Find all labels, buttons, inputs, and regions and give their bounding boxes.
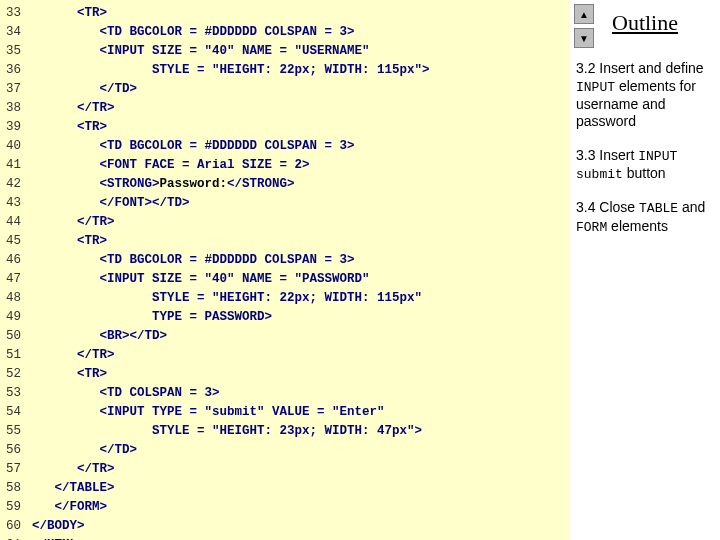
line-number: 43: [0, 194, 32, 213]
code-text: <STRONG>Password:</STRONG>: [32, 175, 295, 194]
code-text: </TR>: [32, 346, 115, 365]
line-number: 54: [0, 403, 32, 422]
line-number: 49: [0, 308, 32, 327]
outline-item: 3.3 Insert INPUT submit button: [576, 147, 716, 184]
line-number: 47: [0, 270, 32, 289]
nav-icons: ▲ ▼: [574, 4, 594, 52]
code-line: 39 <TR>: [0, 118, 570, 137]
line-number: 42: [0, 175, 32, 194]
code-line: 57 </TR>: [0, 460, 570, 479]
code-text: </FONT></TD>: [32, 194, 190, 213]
code-line: 58 </TABLE>: [0, 479, 570, 498]
code-line: 49 TYPE = PASSWORD>: [0, 308, 570, 327]
code-line: 42 <STRONG>Password:</STRONG>: [0, 175, 570, 194]
code-line: 59 </FORM>: [0, 498, 570, 517]
code-panel: 33 <TR>34 <TD BGCOLOR = #DDDDDD COLSPAN …: [0, 0, 570, 540]
code-line: 48 STYLE = "HEIGHT: 22px; WIDTH: 115px": [0, 289, 570, 308]
code-line: 38 </TR>: [0, 99, 570, 118]
code-line: 40 <TD BGCOLOR = #DDDDDD COLSPAN = 3>: [0, 137, 570, 156]
code-text: STYLE = "HEIGHT: 22px; WIDTH: 115px">: [32, 61, 430, 80]
code-text: <FONT FACE = Arial SIZE = 2>: [32, 156, 310, 175]
outline-item: 3.4 Close TABLE and FORM elements: [576, 199, 716, 236]
line-number: 34: [0, 23, 32, 42]
line-number: 56: [0, 441, 32, 460]
line-number: 53: [0, 384, 32, 403]
line-number: 40: [0, 137, 32, 156]
line-number: 44: [0, 213, 32, 232]
code-line: 56 </TD>: [0, 441, 570, 460]
line-number: 50: [0, 327, 32, 346]
code-text: </TD>: [32, 80, 137, 99]
code-text: STYLE = "HEIGHT: 22px; WIDTH: 115px": [32, 289, 422, 308]
code-line: 54 <INPUT TYPE = "submit" VALUE = "Enter…: [0, 403, 570, 422]
code-text: <TD BGCOLOR = #DDDDDD COLSPAN = 3>: [32, 23, 355, 42]
code-line: 47 <INPUT SIZE = "40" NAME = "PASSWORD": [0, 270, 570, 289]
code-text: </BODY>: [32, 517, 85, 536]
line-number: 59: [0, 498, 32, 517]
code-line: 55 STYLE = "HEIGHT: 23px; WIDTH: 47px">: [0, 422, 570, 441]
code-line: 45 <TR>: [0, 232, 570, 251]
code-line: 43 </FONT></TD>: [0, 194, 570, 213]
code-text: <TD COLSPAN = 3>: [32, 384, 220, 403]
code-line: 50 <BR></TD>: [0, 327, 570, 346]
line-number: 39: [0, 118, 32, 137]
code-line: 37 </TD>: [0, 80, 570, 99]
line-number: 46: [0, 251, 32, 270]
code-line: 41 <FONT FACE = Arial SIZE = 2>: [0, 156, 570, 175]
nav-up-icon[interactable]: ▲: [574, 4, 594, 24]
line-number: 58: [0, 479, 32, 498]
line-number: 36: [0, 61, 32, 80]
code-text: TYPE = PASSWORD>: [32, 308, 272, 327]
line-number: 41: [0, 156, 32, 175]
code-text: <TD BGCOLOR = #DDDDDD COLSPAN = 3>: [32, 251, 355, 270]
line-number: 37: [0, 80, 32, 99]
code-text: </TR>: [32, 213, 115, 232]
code-text: </TABLE>: [32, 479, 115, 498]
code-text: <TR>: [32, 4, 107, 23]
line-number: 45: [0, 232, 32, 251]
code-line: 44 </TR>: [0, 213, 570, 232]
code-text: </FORM>: [32, 498, 107, 517]
code-line: 33 <TR>: [0, 4, 570, 23]
line-number: 35: [0, 42, 32, 61]
code-text: </TR>: [32, 460, 115, 479]
code-line: 46 <TD BGCOLOR = #DDDDDD COLSPAN = 3>: [0, 251, 570, 270]
line-number: 52: [0, 365, 32, 384]
nav-down-icon[interactable]: ▼: [574, 28, 594, 48]
code-text: <TR>: [32, 365, 107, 384]
code-line: 51 </TR>: [0, 346, 570, 365]
line-number: 33: [0, 4, 32, 23]
code-text: <INPUT TYPE = "submit" VALUE = "Enter": [32, 403, 385, 422]
outline-panel: ▲ ▼ Outline 3.2 Insert and define INPUT …: [572, 0, 720, 540]
line-number: 38: [0, 99, 32, 118]
code-text: </TD>: [32, 441, 137, 460]
outline-title: Outline: [612, 10, 678, 36]
code-text: <TD BGCOLOR = #DDDDDD COLSPAN = 3>: [32, 137, 355, 156]
code-text: </TR>: [32, 99, 115, 118]
code-line: 53 <TD COLSPAN = 3>: [0, 384, 570, 403]
code-text: </HTML>: [32, 536, 85, 540]
code-text: <TR>: [32, 118, 107, 137]
code-line: 34 <TD BGCOLOR = #DDDDDD COLSPAN = 3>: [0, 23, 570, 42]
code-line: 36 STYLE = "HEIGHT: 22px; WIDTH: 115px">: [0, 61, 570, 80]
line-number: 57: [0, 460, 32, 479]
line-number: 61: [0, 536, 32, 540]
code-line: 60</BODY>: [0, 517, 570, 536]
code-line: 61</HTML>: [0, 536, 570, 540]
line-number: 51: [0, 346, 32, 365]
code-text: <INPUT SIZE = "40" NAME = "USERNAME": [32, 42, 370, 61]
code-line: 35 <INPUT SIZE = "40" NAME = "USERNAME": [0, 42, 570, 61]
outline-item: 3.2 Insert and define INPUT elements for…: [576, 60, 716, 131]
code-text: <TR>: [32, 232, 107, 251]
code-line: 52 <TR>: [0, 365, 570, 384]
line-number: 60: [0, 517, 32, 536]
line-number: 55: [0, 422, 32, 441]
line-number: 48: [0, 289, 32, 308]
code-text: <INPUT SIZE = "40" NAME = "PASSWORD": [32, 270, 370, 289]
code-text: <BR></TD>: [32, 327, 167, 346]
outline-body: 3.2 Insert and define INPUT elements for…: [576, 60, 716, 252]
code-text: STYLE = "HEIGHT: 23px; WIDTH: 47px">: [32, 422, 422, 441]
